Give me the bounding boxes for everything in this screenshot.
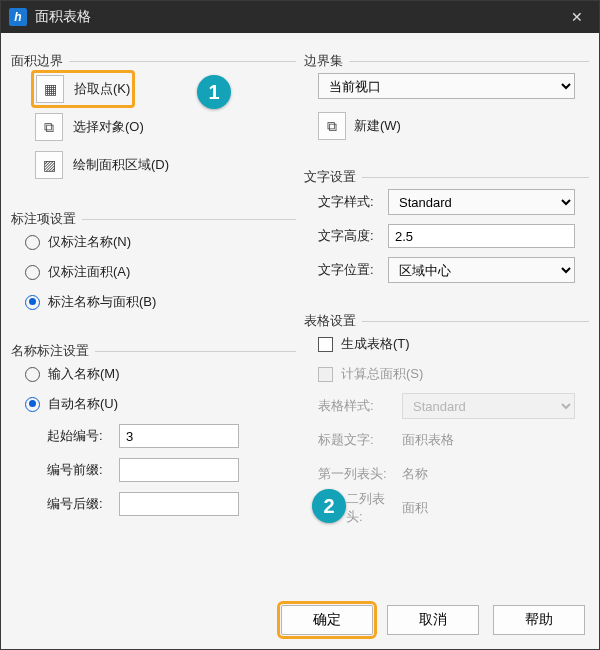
generate-table-checkbox[interactable] <box>318 337 333 352</box>
suffix-label: 编号后缀: <box>47 495 109 513</box>
draw-region-row[interactable]: ▨ 绘制面积区域(D) <box>35 147 282 183</box>
dialog-window: h 面积表格 ✕ 面积边界 ▦ 拾取点(K) 1 ⧉ 选择对象(O) <box>0 0 600 650</box>
text-position-select[interactable]: 区域中心 <box>388 257 575 283</box>
app-icon: h <box>9 8 27 26</box>
generate-table-checkbox-row[interactable]: 生成表格(T) <box>318 329 575 359</box>
col1-header-value: 名称 <box>402 465 575 483</box>
prefix-label: 编号前缀: <box>47 461 109 479</box>
group-title-boundary-set: 边界集 <box>304 52 349 70</box>
group-boundary-set: 边界集 当前视口 ⧉ 新建(W) <box>304 53 589 155</box>
new-boundary-label[interactable]: 新建(W) <box>354 117 401 135</box>
radio-auto-name-input[interactable] <box>25 397 40 412</box>
calc-total-checkbox-row: 计算总面积(S) <box>318 359 575 389</box>
pick-point-icon: ▦ <box>36 75 64 103</box>
select-object-label: 选择对象(O) <box>73 118 144 136</box>
table-style-select: Standard <box>402 393 575 419</box>
col2-header-value: 面积 <box>402 499 575 517</box>
text-style-select[interactable]: Standard <box>388 189 575 215</box>
radio-only-area-label: 仅标注面积(A) <box>48 263 130 281</box>
radio-input-name[interactable]: 输入名称(M) <box>25 359 282 389</box>
suffix-input[interactable] <box>119 492 239 516</box>
calc-total-label: 计算总面积(S) <box>341 365 423 383</box>
radio-input-name-input[interactable] <box>25 367 40 382</box>
text-style-label: 文字样式: <box>318 193 380 211</box>
col2-header-label: 二列表头: <box>318 490 394 526</box>
new-boundary-icon[interactable]: ⧉ <box>318 112 346 140</box>
radio-only-name-input[interactable] <box>25 235 40 250</box>
suffix-row: 编号后缀: <box>47 487 282 521</box>
text-height-label: 文字高度: <box>318 227 380 245</box>
close-icon[interactable]: ✕ <box>563 3 591 31</box>
right-column: 边界集 当前视口 ⧉ 新建(W) 文字设置 文字样式: Standard <box>304 39 589 593</box>
dialog-footer: 确定 取消 帮助 <box>1 597 599 649</box>
title-bar: h 面积表格 ✕ <box>1 1 599 33</box>
group-area-boundary: 面积边界 ▦ 拾取点(K) 1 ⧉ 选择对象(O) ▨ 绘制面积区域(D) <box>11 53 296 197</box>
group-name-setting: 名称标注设置 输入名称(M) 自动名称(U) 起始编号: 编号前缀: <box>11 343 296 533</box>
left-column: 面积边界 ▦ 拾取点(K) 1 ⧉ 选择对象(O) ▨ 绘制面积区域(D) <box>11 39 296 593</box>
cancel-button[interactable]: 取消 <box>387 605 479 635</box>
radio-only-name[interactable]: 仅标注名称(N) <box>25 227 282 257</box>
start-number-input[interactable] <box>119 424 239 448</box>
dialog-body: 面积边界 ▦ 拾取点(K) 1 ⧉ 选择对象(O) ▨ 绘制面积区域(D) <box>1 33 599 597</box>
radio-only-area[interactable]: 仅标注面积(A) <box>25 257 282 287</box>
radio-name-and-area[interactable]: 标注名称与面积(B) <box>25 287 282 317</box>
group-title-annotation-item: 标注项设置 <box>11 210 82 228</box>
generate-table-label: 生成表格(T) <box>341 335 410 353</box>
group-text-setting: 文字设置 文字样式: Standard 文字高度: 文字位置: 区域中心 <box>304 169 589 299</box>
prefix-input[interactable] <box>119 458 239 482</box>
prefix-row: 编号前缀: <box>47 453 282 487</box>
select-object-icon: ⧉ <box>35 113 63 141</box>
pick-point-row[interactable]: ▦ 拾取点(K) <box>31 71 282 107</box>
window-title: 面积表格 <box>35 8 91 26</box>
group-title-name-setting: 名称标注设置 <box>11 342 95 360</box>
text-position-label: 文字位置: <box>318 261 380 279</box>
radio-auto-name[interactable]: 自动名称(U) <box>25 389 282 419</box>
ok-button[interactable]: 确定 <box>281 605 373 635</box>
group-title-area-boundary: 面积边界 <box>11 52 69 70</box>
draw-region-icon: ▨ <box>35 151 63 179</box>
radio-auto-name-label: 自动名称(U) <box>48 395 118 413</box>
radio-name-and-area-label: 标注名称与面积(B) <box>48 293 156 311</box>
radio-name-and-area-input[interactable] <box>25 295 40 310</box>
col1-header-label: 第一列表头: <box>318 465 394 483</box>
help-button[interactable]: 帮助 <box>493 605 585 635</box>
group-table-setting: 表格设置 生成表格(T) 计算总面积(S) 表格样式: Standard 标题 <box>304 313 589 537</box>
radio-only-area-input[interactable] <box>25 265 40 280</box>
boundary-set-select[interactable]: 当前视口 <box>318 73 575 99</box>
table-style-label: 表格样式: <box>318 397 394 415</box>
title-text-value: 面积表格 <box>402 431 575 449</box>
title-text-label: 标题文字: <box>318 431 394 449</box>
radio-input-name-label: 输入名称(M) <box>48 365 120 383</box>
select-object-row[interactable]: ⧉ 选择对象(O) <box>35 109 282 145</box>
calc-total-checkbox <box>318 367 333 382</box>
radio-only-name-label: 仅标注名称(N) <box>48 233 131 251</box>
pick-point-label: 拾取点(K) <box>74 80 130 98</box>
start-number-row: 起始编号: <box>47 419 282 453</box>
group-annotation-item: 标注项设置 仅标注名称(N) 仅标注面积(A) 标注名称与面积(B) <box>11 211 296 329</box>
text-height-input[interactable] <box>388 224 575 248</box>
draw-region-label: 绘制面积区域(D) <box>73 156 169 174</box>
group-title-text-setting: 文字设置 <box>304 168 362 186</box>
group-title-table-setting: 表格设置 <box>304 312 362 330</box>
start-number-label: 起始编号: <box>47 427 109 445</box>
